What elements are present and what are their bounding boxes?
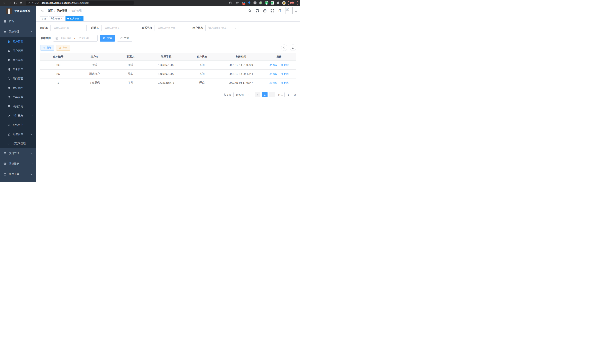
app-title: 芋道管理系统 [14,9,30,13]
edit-button[interactable]: 修改 [269,81,277,84]
help-icon[interactable]: ? [263,9,267,13]
extension-tampermonkey-icon[interactable]: 10 [242,1,245,5]
page-size-select[interactable]: 10条/页 [233,92,251,97]
goto-label: 前往 [278,93,283,96]
sidebar-item-audit-log[interactable]: 审计日志 [0,111,36,121]
tenant-name-input[interactable] [50,25,87,31]
sidebar-fold-icon[interactable] [39,8,45,14]
status-placeholder: 请选择租户状态 [208,26,226,30]
chevron-down-icon [30,133,33,135]
tab-dept[interactable]: 部门管理 ✕ [49,16,64,21]
date-range-picker[interactable]: 开始日期 - 结束日期 [53,35,98,42]
sidebar-item-system[interactable]: 系统管理 [0,27,36,37]
extension-emoji-icon[interactable] [282,1,286,5]
delete-button[interactable]: 删除 [281,72,289,75]
prev-page-button[interactable] [255,92,260,97]
browser-update-button[interactable]: 更新 [288,1,298,5]
tab-label: 部门管理 [51,17,60,20]
sidebar-logo[interactable]: 芋道管理系统 [0,6,36,16]
cell-tenant-id: 108 [40,60,76,69]
close-icon[interactable]: ✕ [61,18,63,20]
sidebar-item-infrastructure[interactable]: 基础设施 [0,159,36,169]
status-select[interactable]: 请选择租户状态 [205,25,239,31]
cell-contact: 芋艿 [113,78,148,87]
cell-mobile: 15601691300 [148,69,184,78]
reload-icon[interactable] [13,0,18,5]
contact-input[interactable] [102,25,137,31]
sidebar-item-notice[interactable]: 通知公告 [0,102,36,111]
browser-menu-icon[interactable] [296,2,296,4]
table-row: 1 芋道源码 芋艿 17321315478 开启 2021-01-05 17:0… [40,78,296,87]
header-search-icon[interactable] [248,9,252,13]
user-menu-caret-icon[interactable] [295,11,297,13]
sidebar-item-sms[interactable]: 短信管理 [0,130,36,139]
refresh-table-button[interactable] [290,45,296,51]
page-number-current[interactable]: 1 [262,92,268,97]
extension-badge: 10 [243,3,245,5]
breadcrumb-home[interactable]: 首页 [47,9,53,12]
edit-icon [269,64,272,66]
sidebar-item-role[interactable]: 角色管理 [0,56,36,65]
edit-button[interactable]: 修改 [269,72,277,75]
avatar[interactable] [286,7,293,14]
back-icon[interactable] [2,0,7,5]
extension-balloon-icon[interactable] [247,1,251,5]
font-size-icon[interactable]: TT [278,9,281,13]
sidebar-item-label: 审计日志 [13,114,23,117]
extension-command-icon[interactable]: ⌘ [253,1,257,5]
delete-button[interactable]: 删除 [281,63,289,67]
edit-button[interactable]: 修改 [269,63,277,67]
breadcrumb-separator: / [69,9,70,12]
sidebar-item-home[interactable]: 首页 [0,16,36,27]
add-button[interactable]: 新增 [40,45,54,51]
breadcrumb-system[interactable]: 系统管理 [57,9,67,12]
share-icon[interactable] [228,0,233,5]
sidebar-item-dev-tools[interactable]: 研发工具 [0,169,36,179]
next-page-button[interactable] [269,92,275,97]
sidebar-item-label: 错误码管理 [13,142,26,145]
sidebar-item-dict[interactable]: 字典管理 [0,93,36,102]
sidebar-item-payment[interactable]: ¥ 支付管理 [0,148,36,159]
cell-actions: 修改删除 [262,78,296,87]
goto-page-input[interactable] [284,92,292,97]
cell-tenant-name: 测试租户 [76,69,113,78]
sidebar-item-tenant[interactable]: 租户管理 [0,37,36,46]
monitor-icon [3,162,7,165]
close-icon[interactable]: ✕ [80,18,82,20]
sidebar-item-label: 租户管理 [13,40,23,43]
created-time-label: 创建时间 [40,37,51,40]
sidebar-item-online-user[interactable]: 在线用户 [0,121,36,130]
address-bar[interactable]: 不安全 dashboard.yudao.iocoder.cn/system/te… [26,1,134,5]
sidebar-item-dept[interactable]: 部门管理 [0,74,36,83]
chevron-down-icon [30,115,33,117]
cell-tenant-name: 芋道源码 [76,78,113,87]
tab-tenant[interactable]: 租户管理 ✕ [66,16,84,21]
sidebar-item-error-code[interactable]: 错误码管理 [0,139,36,148]
export-button[interactable]: 导出 [56,45,70,51]
sidebar-item-menu[interactable]: 菜单管理 [0,65,36,74]
bookmark-star-icon[interactable] [235,0,240,5]
download-icon [59,47,61,49]
tags-view: 首页 部门管理 ✕ 租户管理 ✕ [36,16,300,21]
delete-button[interactable]: 删除 [281,81,289,84]
github-icon[interactable] [255,9,259,13]
tab-home[interactable]: 首页 [40,16,48,21]
sidebar-item-post[interactable]: 岗位管理 [0,83,36,93]
forward-icon[interactable] [7,0,12,5]
extension-puzzle-icon[interactable] [276,1,280,5]
extension-recorder-icon[interactable] [259,1,263,5]
cell-status: 关闭 [184,60,220,69]
reset-button[interactable]: 重置 [117,35,132,42]
mobile-input[interactable] [155,25,188,31]
toggle-search-button[interactable] [281,45,287,51]
extension-yuque-icon[interactable]: y [265,1,268,5]
url-path: /system/tenant [73,2,89,4]
fullscreen-icon[interactable] [270,9,274,13]
search-button[interactable]: 搜索 [100,35,115,42]
sidebar-item-user[interactable]: 用户管理 [0,46,36,56]
tab-label: 租户管理 [70,17,79,20]
dictionary-icon [7,96,10,99]
extension-chat-icon[interactable] [271,1,274,5]
sidebar-item-label: 用户管理 [13,49,23,53]
home-icon[interactable] [19,0,23,5]
